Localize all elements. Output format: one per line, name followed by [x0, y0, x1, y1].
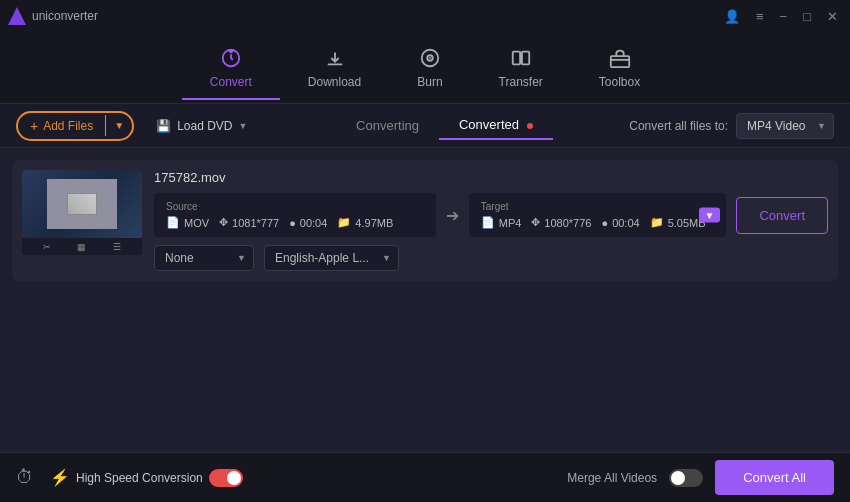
format-select[interactable]: MP4 Video MOV Video AVI Video MKV Video: [736, 113, 834, 139]
file-name: 175782.mov: [154, 170, 828, 185]
speed-label: High Speed Conversion: [76, 471, 203, 485]
bolt-icon: ⚡: [50, 468, 70, 487]
window-controls: 👤 ≡ − □ ✕: [720, 7, 842, 26]
top-navigation: Convert Download Burn: [0, 32, 850, 104]
burn-label: Burn: [417, 75, 442, 89]
subtitle-select[interactable]: None: [154, 245, 254, 271]
target-duration-value: 00:04: [612, 217, 640, 229]
nav-item-download[interactable]: Download: [280, 36, 389, 99]
source-duration: ● 00:04: [289, 217, 327, 229]
svg-point-5: [429, 57, 431, 59]
bottom-bar: ⏱ ⚡ High Speed Conversion Merge All Vide…: [0, 452, 850, 502]
bottom-left: ⏱ ⚡ High Speed Conversion: [16, 467, 243, 488]
language-select-wrap: English-Apple L...: [264, 245, 399, 271]
tab-converted-dot: [527, 123, 533, 129]
source-duration-value: 00:04: [300, 217, 328, 229]
titlebar: uniconverter 👤 ≡ − □ ✕: [0, 0, 850, 32]
titlebar-left: uniconverter: [8, 7, 98, 25]
target-box-wrap: Target 📄 MP4 ✥ 1080*776 ●: [469, 193, 727, 237]
menu-icon[interactable]: ≡: [752, 7, 768, 26]
target-resolution-value: 1080*776: [544, 217, 591, 229]
schedule-icon[interactable]: ⏱: [16, 467, 34, 488]
language-select[interactable]: English-Apple L...: [264, 245, 399, 271]
bottom-right: Merge All Videos Convert All: [259, 460, 834, 495]
folder-icon: 📁: [337, 216, 351, 229]
adjust-icon[interactable]: ☰: [113, 242, 121, 252]
plus-icon: +: [30, 118, 38, 134]
maximize-icon[interactable]: □: [799, 7, 815, 26]
load-dvd-label: Load DVD: [177, 119, 232, 133]
convert-button[interactable]: Convert: [736, 197, 828, 234]
speed-item: ⚡ High Speed Conversion: [50, 468, 243, 487]
file-icon-target: 📄: [481, 216, 495, 229]
merge-label: Merge All Videos: [567, 471, 657, 485]
target-label: Target: [481, 201, 715, 212]
svg-rect-7: [522, 52, 529, 65]
download-icon: [323, 46, 347, 70]
source-size: 📁 4.97MB: [337, 216, 393, 229]
source-format: 📄 MOV: [166, 216, 209, 229]
convert-label: Convert: [210, 75, 252, 89]
target-duration: ● 00:04: [601, 217, 639, 229]
source-label: Source: [166, 201, 424, 212]
tab-converted-label: Converted: [459, 117, 519, 132]
merge-toggle[interactable]: [669, 469, 703, 487]
source-size-value: 4.97MB: [355, 217, 393, 229]
toolbox-icon: [608, 46, 632, 70]
format-select-wrap: MP4 Video MOV Video AVI Video MKV Video: [736, 113, 834, 139]
source-format-value: MOV: [184, 217, 209, 229]
download-label: Download: [308, 75, 361, 89]
target-box: Target 📄 MP4 ✥ 1080*776 ●: [469, 193, 727, 237]
add-files-label: Add Files: [43, 119, 93, 133]
load-dvd-button[interactable]: 💾 Load DVD ▼: [144, 114, 259, 138]
tab-converting[interactable]: Converting: [336, 112, 439, 139]
minimize-icon[interactable]: −: [776, 7, 792, 26]
file-info: 175782.mov Source 📄 MOV ✥ 1081*777: [154, 170, 828, 271]
crop-icon[interactable]: ▦: [77, 242, 86, 252]
tab-converting-label: Converting: [356, 118, 419, 133]
app-logo-icon: [8, 7, 26, 25]
clock-small-icon: ●: [289, 217, 296, 229]
resolution-icon-target: ✥: [531, 216, 540, 229]
dvd-icon: 💾: [156, 119, 171, 133]
clock-icon-target: ●: [601, 217, 608, 229]
nav-item-convert[interactable]: Convert: [182, 36, 280, 99]
arrow-right-icon: ➔: [446, 206, 459, 225]
svg-rect-2: [327, 64, 342, 66]
folder-icon-target: 📁: [650, 216, 664, 229]
scissors-icon[interactable]: ✂: [43, 242, 51, 252]
nav-item-transfer[interactable]: Transfer: [471, 36, 571, 99]
nav-item-burn[interactable]: Burn: [389, 36, 470, 99]
nav-item-toolbox[interactable]: Toolbox: [571, 36, 668, 99]
toolbar-right: Convert all files to: MP4 Video MOV Vide…: [629, 113, 834, 139]
source-target-row: Source 📄 MOV ✥ 1081*777 ● 00:04: [154, 193, 828, 237]
source-box: Source 📄 MOV ✥ 1081*777 ● 00:04: [154, 193, 436, 237]
subtitle-row: None English-Apple L...: [154, 245, 828, 271]
target-resolution: ✥ 1080*776: [531, 216, 591, 229]
add-files-arrow[interactable]: ▼: [105, 115, 132, 136]
file-icon: 📄: [166, 216, 180, 229]
target-format-dropdown[interactable]: ▼: [699, 208, 721, 223]
user-icon[interactable]: 👤: [720, 7, 744, 26]
thumbnail-screen: [47, 179, 117, 229]
target-format-value: MP4: [499, 217, 522, 229]
toolbar: + Add Files ▼ 💾 Load DVD ▼ Converting Co…: [0, 104, 850, 148]
source-details: 📄 MOV ✥ 1081*777 ● 00:04 📁: [166, 216, 424, 229]
thumbnail-preview: [22, 170, 142, 238]
subtitle-select-wrap: None: [154, 245, 254, 271]
convert-all-button[interactable]: Convert All: [715, 460, 834, 495]
svg-rect-6: [512, 52, 519, 65]
transfer-icon: [509, 46, 533, 70]
speed-toggle[interactable]: [209, 469, 243, 487]
add-files-button[interactable]: + Add Files ▼: [16, 111, 134, 141]
svg-rect-9: [610, 56, 628, 67]
close-icon[interactable]: ✕: [823, 7, 842, 26]
target-details: 📄 MP4 ✥ 1080*776 ● 00:04: [481, 216, 715, 229]
add-files-main[interactable]: + Add Files: [18, 113, 105, 139]
thumbnail-controls: ✂ ▦ ☰: [22, 238, 142, 255]
app-title: uniconverter: [32, 9, 98, 23]
main-content: ✂ ▦ ☰ 175782.mov Source 📄 MOV: [0, 148, 850, 452]
file-thumbnail: ✂ ▦ ☰: [22, 170, 142, 255]
tab-converted[interactable]: Converted: [439, 111, 553, 140]
convert-icon: [219, 46, 243, 70]
